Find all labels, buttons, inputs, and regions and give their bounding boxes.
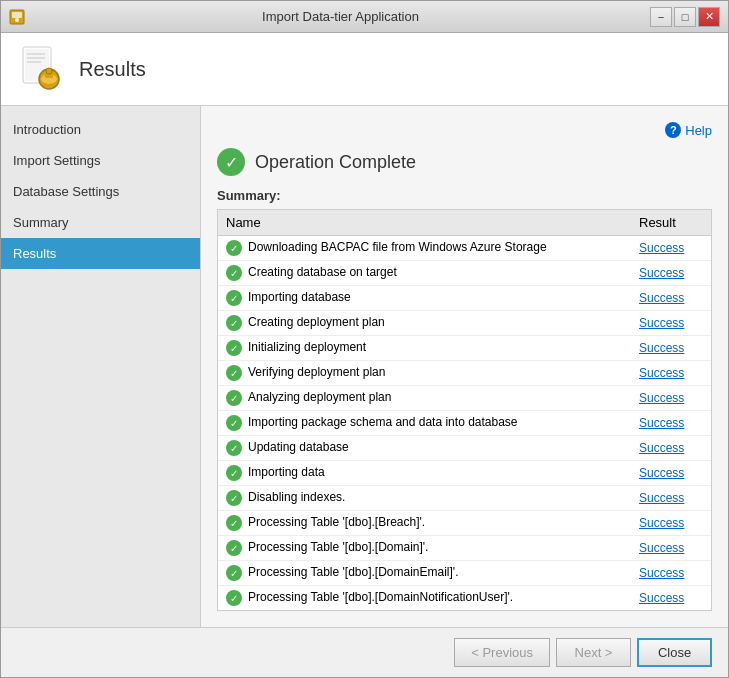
table-cell-result[interactable]: Success [631,236,711,261]
table-cell-name: ✓Processing Table '[dbo].[Breach]'. [218,511,631,536]
result-link[interactable]: Success [639,291,684,305]
row-name-text: Processing Table '[dbo].[DomainNotificat… [248,590,513,604]
row-name-text: Verifying deployment plan [248,365,385,379]
result-link[interactable]: Success [639,241,684,255]
close-button[interactable]: Close [637,638,712,667]
result-link[interactable]: Success [639,366,684,380]
row-success-icon: ✓ [226,590,242,606]
table-cell-result[interactable]: Success [631,536,711,561]
sidebar-item-database-settings[interactable]: Database Settings [1,176,200,207]
sidebar: Introduction Import Settings Database Se… [1,106,201,627]
row-name-text: Creating database on target [248,265,397,279]
table-cell-result[interactable]: Success [631,611,711,612]
table-cell-result[interactable]: Success [631,511,711,536]
row-success-icon: ✓ [226,440,242,456]
main-panel: ? Help ✓ Operation Complete Summary: Nam… [201,106,728,627]
sidebar-item-introduction[interactable]: Introduction [1,114,200,145]
table-cell-result[interactable]: Success [631,386,711,411]
window-close-button[interactable]: ✕ [698,7,720,27]
result-link[interactable]: Success [639,516,684,530]
sidebar-item-import-settings[interactable]: Import Settings [1,145,200,176]
table-cell-result[interactable]: Success [631,461,711,486]
table-cell-result[interactable]: Success [631,361,711,386]
table-cell-result[interactable]: Success [631,286,711,311]
row-name-text: Analyzing deployment plan [248,390,391,404]
sidebar-item-summary[interactable]: Summary [1,207,200,238]
row-success-icon: ✓ [226,565,242,581]
maximize-button[interactable]: □ [674,7,696,27]
result-link[interactable]: Success [639,541,684,555]
sidebar-item-results[interactable]: Results [1,238,200,269]
table-row: ✓Updating databaseSuccess [218,436,711,461]
help-link[interactable]: ? Help [665,122,712,138]
table-row: ✓Processing Table '[dbo].[DomainNotifica… [218,611,711,612]
row-name-text: Processing Table '[dbo].[Domain]'. [248,540,428,554]
content-area: Introduction Import Settings Database Se… [1,106,728,627]
app-icon [9,9,25,25]
table-cell-name: ✓Initializing deployment [218,336,631,361]
summary-label: Summary: [217,188,712,203]
page-header: Results [1,33,728,106]
table-header-row: Name Result [218,210,711,236]
row-success-icon: ✓ [226,515,242,531]
previous-button[interactable]: < Previous [454,638,550,667]
row-name-text: Importing database [248,290,351,304]
table-cell-result[interactable]: Success [631,561,711,586]
row-name-text: Processing Table '[dbo].[Breach]'. [248,515,425,529]
svg-rect-1 [12,12,22,18]
svg-rect-7 [27,61,41,63]
row-success-icon: ✓ [226,390,242,406]
table-row: ✓Creating database on targetSuccess [218,261,711,286]
table-cell-result[interactable]: Success [631,411,711,436]
table-cell-name: ✓Analyzing deployment plan [218,386,631,411]
row-success-icon: ✓ [226,540,242,556]
table-cell-name: ✓Creating database on target [218,261,631,286]
table-row: ✓Processing Table '[dbo].[Domain]'.Succe… [218,536,711,561]
table-cell-name: ✓Downloading BACPAC file from Windows Az… [218,236,631,261]
row-name-text: Disabling indexes. [248,490,345,504]
operation-complete-row: ✓ Operation Complete [217,148,712,176]
row-name-text: Importing package schema and data into d… [248,415,518,429]
table-cell-result[interactable]: Success [631,336,711,361]
result-link[interactable]: Success [639,416,684,430]
table-row: ✓Verifying deployment planSuccess [218,361,711,386]
result-link[interactable]: Success [639,316,684,330]
help-label: Help [685,123,712,138]
table-cell-result[interactable]: Success [631,486,711,511]
result-link[interactable]: Success [639,591,684,605]
table-cell-name: ✓Creating deployment plan [218,311,631,336]
result-link[interactable]: Success [639,266,684,280]
result-link[interactable]: Success [639,391,684,405]
table-cell-name: ✓Importing package schema and data into … [218,411,631,436]
row-success-icon: ✓ [226,290,242,306]
operation-title: Operation Complete [255,152,416,173]
col-header-name: Name [218,210,631,236]
result-link[interactable]: Success [639,491,684,505]
table-cell-result[interactable]: Success [631,436,711,461]
table-cell-result[interactable]: Success [631,586,711,611]
svg-point-2 [15,18,19,22]
row-success-icon: ✓ [226,490,242,506]
results-table-container[interactable]: Name Result ✓Downloading BACPAC file fro… [217,209,712,611]
row-success-icon: ✓ [226,415,242,431]
row-name-text: Creating deployment plan [248,315,385,329]
result-link[interactable]: Success [639,566,684,580]
table-row: ✓Downloading BACPAC file from Windows Az… [218,236,711,261]
table-row: ✓Initializing deploymentSuccess [218,336,711,361]
table-cell-result[interactable]: Success [631,261,711,286]
result-link[interactable]: Success [639,341,684,355]
header-icon [17,45,65,93]
result-link[interactable]: Success [639,466,684,480]
table-cell-result[interactable]: Success [631,311,711,336]
row-success-icon: ✓ [226,265,242,281]
table-row: ✓Importing dataSuccess [218,461,711,486]
minimize-button[interactable]: − [650,7,672,27]
result-link[interactable]: Success [639,441,684,455]
table-row: ✓Processing Table '[dbo].[DomainEmail]'.… [218,561,711,586]
row-success-icon: ✓ [226,465,242,481]
row-success-icon: ✓ [226,365,242,381]
next-button[interactable]: Next > [556,638,631,667]
table-cell-name: ✓Disabling indexes. [218,486,631,511]
help-row: ? Help [217,122,712,138]
svg-point-11 [46,68,52,74]
